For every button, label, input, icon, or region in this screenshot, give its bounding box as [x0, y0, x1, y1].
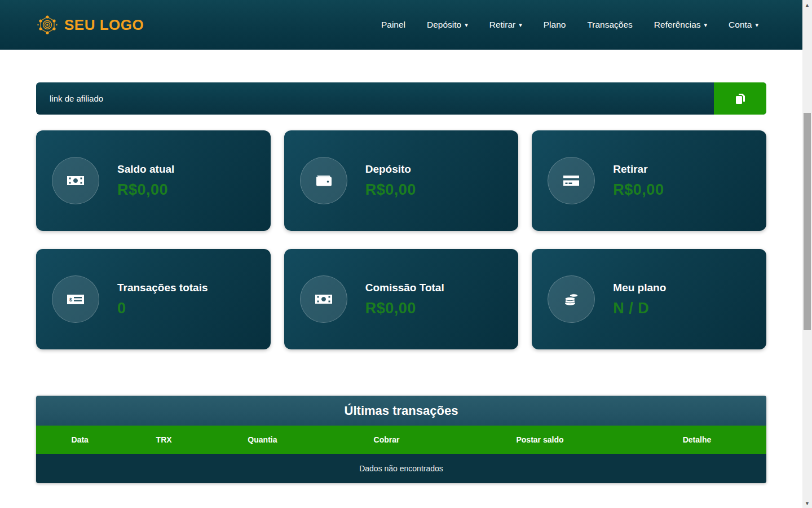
- card-value: N / D: [613, 300, 666, 317]
- card-text: Meu plano N / D: [613, 282, 666, 317]
- nav-label: Depósito: [427, 20, 461, 30]
- chevron-down-icon: ▾: [519, 22, 522, 28]
- transactions-section: Últimas transações Data TRX Quantia Cobr…: [36, 396, 766, 483]
- card-text: Comissão Total R$0,00: [365, 282, 444, 317]
- card-title: Retirar: [613, 163, 664, 176]
- nav-label: Retirar: [489, 20, 516, 30]
- column-header-data: Data: [36, 435, 123, 444]
- card-meu-plano[interactable]: Meu plano N / D: [532, 249, 766, 349]
- chevron-down-icon: ▾: [755, 22, 758, 28]
- money-bill-icon: [314, 290, 333, 309]
- copy-affiliate-link-button[interactable]: [714, 82, 766, 115]
- icon-circle: [548, 275, 595, 323]
- brand-name: SEU LOGO: [64, 16, 144, 34]
- money-bill-icon: [66, 171, 85, 190]
- chevron-down-icon: ▾: [704, 22, 708, 28]
- card-title: Meu plano: [613, 282, 666, 294]
- vertical-scrollbar[interactable]: ▲ ▼: [802, 0, 812, 508]
- nav-item-painel[interactable]: Painel: [381, 20, 405, 30]
- scroll-down-arrow-icon[interactable]: ▼: [802, 498, 812, 508]
- transactions-header-row: Data TRX Quantia Cobrar Postar saldo Det…: [36, 426, 766, 454]
- nav-label: Painel: [381, 20, 405, 30]
- card-value: R$0,00: [365, 300, 444, 317]
- nav-item-referencias[interactable]: Referências ▾: [654, 20, 707, 30]
- money-check-icon: $: [65, 289, 86, 309]
- icon-circle: [300, 275, 347, 323]
- card-transacoes-totais[interactable]: $ Transações totais 0: [36, 249, 271, 349]
- card-title: Comissão Total: [365, 282, 444, 294]
- transactions-title: Últimas transações: [345, 404, 458, 418]
- wallet-icon: [314, 171, 333, 190]
- icon-circle: [52, 157, 99, 204]
- main-content: link de afiliado: [0, 50, 802, 483]
- scrollbar-thumb[interactable]: [804, 113, 811, 330]
- network-logo-icon: [36, 14, 59, 36]
- card-text: Transações totais 0: [117, 282, 208, 317]
- card-retirar[interactable]: Retirar R$0,00: [532, 130, 766, 231]
- nav-items: Painel Depósito ▾ Retirar ▾ Plano Transa…: [381, 20, 758, 30]
- coins-icon: [561, 289, 581, 309]
- column-header-trx: TRX: [123, 435, 204, 444]
- affiliate-link-bar: link de afiliado: [36, 82, 766, 115]
- copy-icon: [733, 91, 748, 106]
- transactions-empty-row: Dados não encontrados: [36, 454, 766, 483]
- card-value: 0: [117, 300, 208, 317]
- column-header-postar-saldo: Postar saldo: [452, 435, 628, 444]
- affiliate-link-text: link de afiliado: [36, 94, 103, 103]
- nav-label: Transações: [587, 20, 632, 30]
- card-saldo-atual[interactable]: Saldo atual R$0,00: [36, 130, 271, 231]
- nav-item-transacoes[interactable]: Transações: [587, 20, 632, 30]
- card-text: Retirar R$0,00: [613, 163, 664, 199]
- credit-card-icon: [562, 171, 581, 190]
- card-title: Depósito: [365, 163, 416, 176]
- column-header-cobrar: Cobrar: [321, 435, 452, 444]
- stats-cards: Saldo atual R$0,00 Depósito R$0,00: [36, 130, 766, 349]
- nav-label: Plano: [544, 20, 566, 30]
- column-header-quantia: Quantia: [204, 435, 321, 444]
- card-title: Transações totais: [117, 282, 208, 294]
- page: SEU LOGO Painel Depósito ▾ Retirar ▾ Pla…: [0, 0, 812, 508]
- svg-text:$: $: [69, 297, 72, 303]
- scroll-up-arrow-icon[interactable]: ▲: [802, 0, 812, 10]
- card-value: R$0,00: [365, 181, 416, 199]
- nav-item-deposito[interactable]: Depósito ▾: [427, 20, 468, 30]
- column-header-detalhe: Detalhe: [628, 435, 766, 444]
- transactions-title-band: Últimas transações: [36, 396, 766, 426]
- icon-circle: [300, 157, 347, 204]
- card-text: Saldo atual R$0,00: [117, 163, 174, 199]
- navbar: SEU LOGO Painel Depósito ▾ Retirar ▾ Pla…: [0, 0, 802, 50]
- card-text: Depósito R$0,00: [365, 163, 416, 199]
- chevron-down-icon: ▾: [465, 22, 468, 28]
- nav-item-plano[interactable]: Plano: [544, 20, 566, 30]
- card-title: Saldo atual: [117, 163, 174, 176]
- icon-circle: [548, 157, 595, 204]
- nav-item-conta[interactable]: Conta ▾: [729, 20, 758, 30]
- brand-logo[interactable]: SEU LOGO: [36, 14, 144, 36]
- card-comissao-total[interactable]: Comissão Total R$0,00: [284, 249, 519, 349]
- nav-item-retirar[interactable]: Retirar ▾: [489, 20, 522, 30]
- empty-message: Dados não encontrados: [359, 464, 443, 473]
- card-deposito[interactable]: Depósito R$0,00: [284, 130, 519, 231]
- icon-circle: $: [52, 275, 99, 323]
- nav-label: Conta: [729, 20, 752, 30]
- card-value: R$0,00: [117, 181, 174, 199]
- nav-label: Referências: [654, 20, 701, 30]
- card-value: R$0,00: [613, 181, 664, 199]
